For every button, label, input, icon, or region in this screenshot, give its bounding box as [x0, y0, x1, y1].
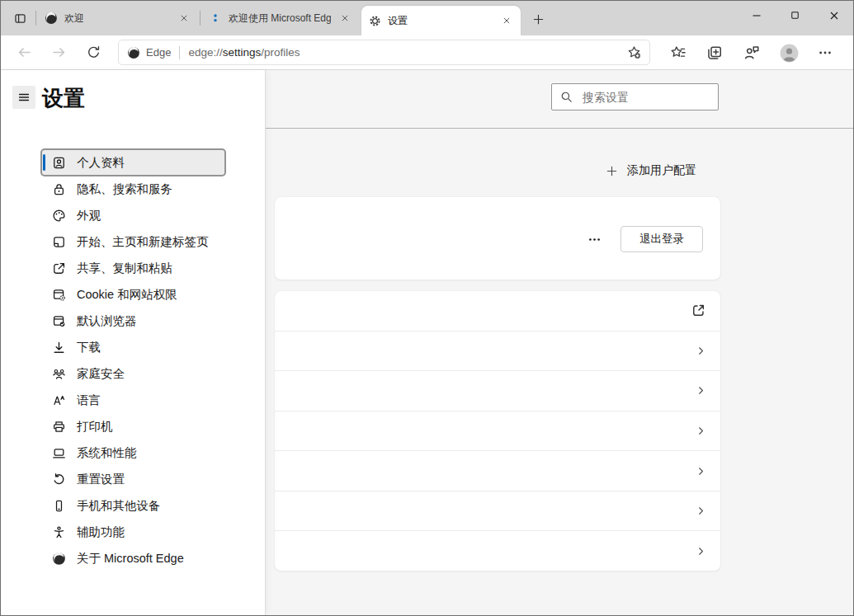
profile-avatar-button[interactable] — [780, 44, 798, 62]
sidebar-item-label: 关于 Microsoft Edge — [77, 551, 184, 567]
download-icon — [52, 341, 66, 355]
sidebar-item-devices[interactable]: 手机和其他设备 — [42, 493, 224, 518]
tab-separator — [35, 11, 36, 26]
collections-button[interactable] — [705, 44, 724, 62]
settings-row-account[interactable] — [275, 291, 720, 332]
url-scheme: edge:// — [188, 46, 222, 59]
settings-menu-button[interactable] — [816, 44, 834, 62]
sidebar-item-appearance[interactable]: 外观 — [42, 203, 224, 228]
address-bar[interactable]: Edge edge://settings/profiles — [118, 40, 650, 65]
profile-settings-list — [275, 291, 720, 571]
sidebar-item-label: 手机和其他设备 — [77, 498, 161, 514]
settings-page: 添加用户配置 退出登录 — [1, 70, 853, 615]
sidebar-item-label: 系统和性能 — [77, 445, 137, 461]
edge-logo-icon — [127, 46, 140, 59]
new-tab-button[interactable] — [528, 9, 548, 29]
settings-row[interactable] — [275, 451, 720, 491]
sidebar-item-label: 家庭安全 — [77, 366, 125, 382]
family-icon — [52, 367, 66, 381]
sidebar-item-label: 开始、主页和新建标签页 — [77, 234, 209, 250]
back-arrow-icon — [17, 45, 32, 60]
sidebar-item-system[interactable]: 系统和性能 — [42, 440, 224, 465]
url-host: settings — [223, 46, 262, 59]
tab-separator — [200, 11, 201, 26]
settings-row[interactable] — [275, 332, 720, 372]
profile-more-button[interactable] — [582, 228, 606, 250]
minimize-button[interactable] — [737, 1, 776, 30]
window-controls — [737, 1, 853, 30]
sidebar-item-default-browser[interactable]: 默认浏览器 — [42, 308, 224, 333]
tab-title: 欢迎 — [64, 12, 170, 26]
tab-actions-menu-button[interactable] — [9, 7, 31, 30]
sidebar-item-privacy[interactable]: 隐私、搜索和服务 — [42, 176, 224, 201]
favorites-button[interactable] — [669, 44, 687, 62]
settings-row[interactable] — [275, 371, 720, 411]
sidebar-item-label: 隐私、搜索和服务 — [77, 181, 172, 197]
tab-close-icon[interactable] — [177, 11, 191, 26]
sidebar-item-cookies[interactable]: Cookie 和网站权限 — [42, 282, 224, 307]
profile-card-icon — [52, 156, 66, 170]
refresh-button[interactable] — [85, 45, 101, 61]
close-button[interactable] — [814, 1, 853, 30]
feedback-button[interactable] — [743, 44, 761, 62]
add-profile-label: 添加用户配置 — [627, 163, 696, 178]
page-title: 设置 — [42, 84, 85, 113]
sidebar-item-printers[interactable]: 打印机 — [42, 414, 224, 439]
external-link-icon — [691, 303, 706, 318]
sidebar-item-label: Cookie 和网站权限 — [77, 287, 177, 303]
sidebar-item-label: 打印机 — [77, 419, 113, 435]
sidebar-item-downloads[interactable]: 下载 — [42, 335, 224, 360]
edge-logo-icon — [45, 12, 58, 25]
sidebar-item-languages[interactable]: 语言 — [42, 388, 224, 412]
settings-row[interactable] — [275, 411, 720, 452]
sidebar-item-label: 共享、复制和粘贴 — [77, 261, 172, 276]
sign-out-button[interactable]: 退出登录 — [620, 226, 703, 252]
sidebar-item-label: 个人资料 — [77, 155, 125, 171]
favorites-star-icon — [670, 45, 687, 61]
gear-icon — [368, 14, 381, 27]
chip-divider — [179, 46, 180, 59]
sidebar-item-share-copy-paste[interactable]: 共享、复制和粘贴 — [42, 256, 224, 280]
forward-button[interactable] — [50, 45, 67, 61]
url-path: /profiles — [261, 46, 300, 59]
tab-welcome-edge[interactable]: 欢迎使用 Microsoft Edg — [202, 1, 359, 35]
minimize-icon — [750, 9, 763, 22]
settings-row[interactable] — [275, 531, 720, 571]
sidebar-item-profiles[interactable]: 个人资料 — [42, 150, 224, 175]
chevron-right-icon — [696, 385, 706, 396]
start-page-icon — [52, 235, 66, 249]
sidebar-item-label: 外观 — [77, 208, 101, 223]
sidebar-item-accessibility[interactable]: 辅助功能 — [42, 520, 224, 544]
tab-strip: 欢迎 欢迎使用 Microsoft Edg 设置 — [1, 1, 853, 35]
settings-sidebar: 设置 个人资料 隐私、搜索和服务 外观 开始、主页和新建标签页 共享、复制和粘贴 — [1, 70, 266, 615]
sidebar-item-about[interactable]: 关于 Microsoft Edge — [42, 546, 224, 571]
sidebar-item-family[interactable]: 家庭安全 — [42, 361, 224, 386]
add-favorite-button[interactable] — [625, 44, 643, 62]
chevron-right-icon — [696, 546, 706, 557]
more-horizontal-icon — [587, 233, 602, 247]
chevron-right-icon — [696, 466, 706, 477]
tab-welcome[interactable]: 欢迎 — [38, 1, 198, 35]
back-button[interactable] — [16, 45, 32, 61]
profile-card: 退出登录 — [275, 197, 720, 280]
tab-settings[interactable]: 设置 — [361, 6, 521, 35]
menu-toggle-button[interactable] — [12, 86, 35, 109]
search-input[interactable] — [581, 90, 710, 105]
system-icon — [52, 446, 66, 460]
maximize-button[interactable] — [776, 1, 814, 30]
tab-close-icon[interactable] — [337, 11, 352, 26]
close-icon — [828, 9, 841, 22]
default-browser-icon — [52, 314, 66, 328]
settings-search-box[interactable] — [551, 83, 719, 111]
tab-title: 欢迎使用 Microsoft Edg — [229, 12, 331, 26]
sidebar-item-reset[interactable]: 重置设置 — [42, 467, 224, 491]
settings-row[interactable] — [275, 491, 720, 532]
refresh-icon — [87, 45, 101, 59]
tab-close-icon[interactable] — [499, 13, 514, 28]
edge-browser-window: 欢迎 欢迎使用 Microsoft Edg 设置 — [0, 0, 854, 616]
site-info-chip[interactable]: Edge — [127, 46, 171, 59]
sidebar-item-start-home[interactable]: 开始、主页和新建标签页 — [42, 229, 224, 254]
chevron-right-icon — [696, 346, 706, 356]
header-divider — [265, 128, 853, 129]
add-profile-button[interactable]: 添加用户配置 — [606, 159, 696, 182]
